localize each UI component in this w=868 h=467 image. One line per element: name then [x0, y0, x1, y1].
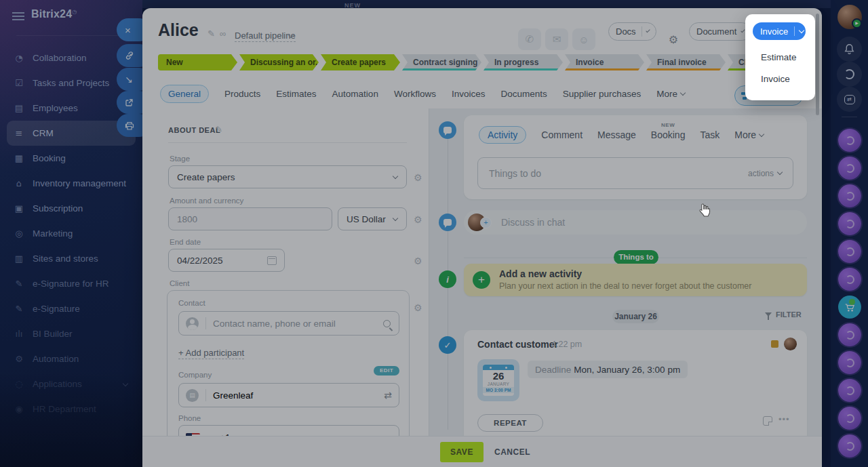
hand-pointer-icon: [698, 203, 711, 217]
bitrix24-app: NEW Bitrix24◷ ◔Collaboration ☑Tasks and …: [0, 0, 868, 467]
invoice-spotlight: Invoice Estimate Invoice: [745, 14, 815, 100]
chevron-down-icon: [799, 27, 804, 33]
menu-item-estimate[interactable]: Estimate: [761, 52, 797, 62]
mouse-cursor: [698, 203, 711, 220]
dim-overlay: [0, 0, 868, 467]
menu-item-invoice[interactable]: Invoice: [761, 74, 790, 84]
invoice-split-button[interactable]: Invoice: [753, 22, 806, 40]
